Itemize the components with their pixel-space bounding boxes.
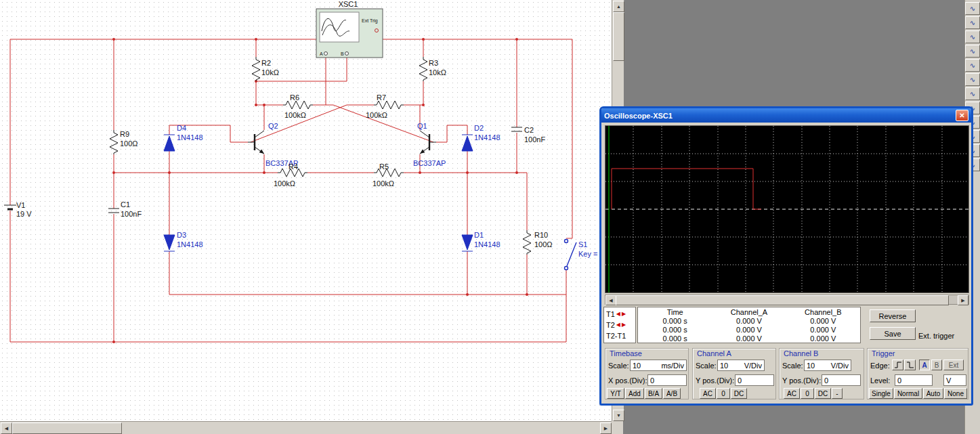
cursor-t1-right-button[interactable]: ▶ bbox=[622, 311, 626, 317]
instrument-button[interactable]: ∿ bbox=[965, 73, 980, 86]
trigger-single-button[interactable]: Single bbox=[869, 388, 893, 399]
scope-scroll-right-button[interactable]: ▶ bbox=[958, 295, 968, 305]
channel-b-ypos-field[interactable]: 0 bbox=[822, 374, 861, 386]
label-d4-val[interactable]: 1N4148 bbox=[177, 133, 203, 142]
label-r10-val[interactable]: 100Ω bbox=[534, 240, 553, 248]
label-c1-ref[interactable]: C1 bbox=[121, 200, 130, 209]
channel-b-zero-button[interactable]: 0 bbox=[801, 388, 814, 399]
label-d2-val[interactable]: 1N4148 bbox=[474, 133, 500, 142]
readout-row-t2: 0.000 s 0.000 V 0.000 V bbox=[638, 326, 860, 334]
channel-b-dc-button[interactable]: DC bbox=[815, 388, 831, 399]
add-mode-button[interactable]: Add bbox=[625, 388, 644, 399]
label-d3-val[interactable]: 1N4148 bbox=[177, 240, 203, 248]
instrument-button[interactable]: ∿ bbox=[965, 45, 980, 58]
scroll-right-button[interactable]: ▶ bbox=[600, 422, 612, 434]
switch-symbol[interactable] bbox=[565, 240, 577, 270]
reverse-button[interactable]: Reverse bbox=[870, 309, 916, 322]
rising-edge-button[interactable] bbox=[892, 360, 903, 370]
cursor-t1-label: T1 bbox=[606, 310, 615, 318]
label-r4-val[interactable]: 100kΩ bbox=[274, 179, 295, 188]
scroll-up-button[interactable]: ▲ bbox=[613, 1, 624, 12]
label-c2-ref[interactable]: C2 bbox=[524, 126, 534, 134]
ab-mode-button[interactable]: A/B bbox=[663, 388, 681, 399]
t1-channel-b: 0.000 V bbox=[786, 317, 860, 325]
label-r2-val[interactable]: 10kΩ bbox=[261, 68, 279, 77]
oscilloscope-titlebar[interactable]: Oscilloscope-XSC1 ✕ bbox=[601, 108, 971, 123]
falling-edge-button[interactable] bbox=[904, 360, 916, 370]
label-d3-ref[interactable]: D3 bbox=[177, 231, 186, 239]
label-r7-ref[interactable]: R7 bbox=[377, 93, 386, 102]
trigger-normal-button[interactable]: Normal bbox=[894, 388, 922, 399]
label-xsc1[interactable]: XSC1 bbox=[339, 0, 358, 8]
scope-scrollbar[interactable]: ◀ ▶ bbox=[605, 295, 969, 305]
instrument-button[interactable]: ∿ bbox=[965, 2, 980, 15]
label-r3-val[interactable]: 10kΩ bbox=[429, 68, 446, 77]
trigger-level-field[interactable]: 0 bbox=[895, 374, 933, 386]
canvas-horizontal-scrollbar[interactable]: ◀ ▶ bbox=[0, 421, 612, 434]
label-q1-ref[interactable]: Q1 bbox=[417, 122, 427, 130]
label-s1-val[interactable]: Key = bbox=[578, 250, 597, 258]
trigger-none-button[interactable]: None bbox=[944, 388, 967, 399]
channel-a-ac-button[interactable]: AC bbox=[700, 388, 716, 399]
label-q2-ref[interactable]: Q2 bbox=[268, 122, 278, 130]
label-d1-ref[interactable]: D1 bbox=[474, 231, 484, 239]
label-c1-val[interactable]: 100nF bbox=[121, 210, 142, 218]
vertical-scroll-thumb[interactable] bbox=[613, 12, 624, 61]
ba-mode-button[interactable]: B/A bbox=[645, 388, 662, 399]
label-d4-ref[interactable]: D4 bbox=[177, 124, 186, 132]
channel-a-zero-button[interactable]: 0 bbox=[717, 388, 730, 399]
label-r7-val[interactable]: 100kΩ bbox=[366, 111, 387, 119]
scroll-down-button[interactable]: ▼ bbox=[613, 410, 624, 421]
scope-scroll-thumb[interactable] bbox=[616, 295, 949, 305]
channel-a-dc-button[interactable]: DC bbox=[731, 388, 747, 399]
trigger-source-a-button[interactable]: A bbox=[919, 360, 930, 370]
close-icon[interactable]: ✕ bbox=[956, 110, 968, 121]
label-r10-ref[interactable]: R10 bbox=[534, 231, 548, 239]
trigger-source-ext-button[interactable]: Ext bbox=[943, 360, 964, 370]
cursor-t1-left-button[interactable]: ◀ bbox=[616, 311, 620, 317]
label-d2-ref[interactable]: D2 bbox=[474, 124, 484, 132]
component-symbols[interactable] bbox=[4, 57, 531, 255]
horizontal-scroll-thumb[interactable] bbox=[12, 422, 122, 434]
channel-b-ac-button[interactable]: AC bbox=[784, 388, 800, 399]
label-r5-ref[interactable]: R5 bbox=[379, 162, 389, 171]
oscilloscope-instrument-icon[interactable]: Ext Trig A B bbox=[316, 9, 383, 58]
label-r3-ref[interactable]: R3 bbox=[429, 59, 438, 67]
cursor-t2-left-button[interactable]: ◀ bbox=[616, 322, 620, 328]
instrument-button[interactable]: ∿ bbox=[965, 87, 980, 100]
wires[interactable] bbox=[10, 39, 572, 342]
save-button[interactable]: Save bbox=[870, 327, 916, 340]
scroll-left-button[interactable]: ◀ bbox=[1, 422, 12, 434]
trigger-source-b-button[interactable]: B bbox=[931, 360, 942, 370]
cursor-t2-right-button[interactable]: ▶ bbox=[622, 322, 626, 328]
label-r5-val[interactable]: 100kΩ bbox=[372, 179, 394, 188]
label-r2-ref[interactable]: R2 bbox=[261, 59, 271, 67]
channel-b-scale-field[interactable]: 10 V/Div bbox=[804, 360, 851, 371]
label-c2-val[interactable]: 100nF bbox=[524, 135, 545, 144]
trigger-level-unit-select[interactable]: V bbox=[943, 374, 966, 386]
channel-a-scale-field[interactable]: 10 V/Div bbox=[717, 360, 765, 371]
label-r9-val[interactable]: 100Ω bbox=[120, 139, 138, 148]
instrument-button[interactable]: ∿ bbox=[965, 30, 980, 43]
label-d1-val[interactable]: 1N4148 bbox=[474, 240, 500, 248]
channel-a-ypos-field[interactable]: 0 bbox=[735, 374, 774, 386]
trigger-auto-button[interactable]: Auto bbox=[923, 388, 943, 399]
label-r6-ref[interactable]: R6 bbox=[290, 93, 299, 102]
label-s1-ref[interactable]: S1 bbox=[578, 240, 587, 248]
label-r4-ref[interactable]: R4 bbox=[289, 162, 298, 171]
instrument-button[interactable]: ∿ bbox=[965, 59, 980, 72]
ext-trig-label: Ext Trig bbox=[362, 18, 378, 24]
label-v1-ref[interactable]: V1 bbox=[16, 201, 25, 209]
label-r6-val[interactable]: 100kΩ bbox=[284, 111, 306, 119]
yt-mode-button[interactable]: Y/T bbox=[607, 388, 624, 399]
timebase-xpos-field[interactable]: 0 bbox=[647, 374, 687, 386]
label-q1-val[interactable]: BC337AP bbox=[413, 159, 446, 167]
channel-b-invert-button[interactable]: - bbox=[832, 388, 843, 399]
label-r9-ref[interactable]: R9 bbox=[120, 130, 129, 138]
timebase-scale-field[interactable]: 10 ms/Div bbox=[630, 360, 687, 371]
instrument-button[interactable]: ∿ bbox=[965, 16, 980, 29]
diode-symbols[interactable] bbox=[164, 135, 473, 251]
label-v1-val[interactable]: 19 V bbox=[16, 210, 32, 218]
schematic-canvas[interactable]: Ext Trig A B XSC1 V1 19 V R9 100Ω C1 100… bbox=[0, 0, 612, 421]
scope-scroll-left-button[interactable]: ◀ bbox=[605, 295, 616, 305]
